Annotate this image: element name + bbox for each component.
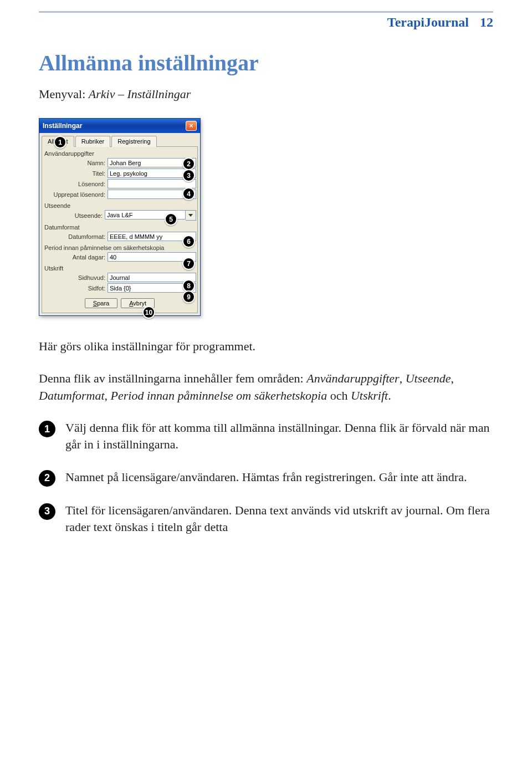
- menu-path-label: Menyval:: [39, 87, 89, 101]
- badge-7: 7: [182, 257, 195, 270]
- badge-10: 10: [142, 306, 155, 319]
- chevron-down-icon: [188, 214, 193, 217]
- intro-p2-c: ,: [451, 371, 454, 385]
- intro-p2-a: Denna flik av inställningarna innehåller…: [39, 371, 306, 385]
- badge-4: 4: [182, 187, 195, 200]
- password-field[interactable]: [108, 179, 196, 188]
- list-badge-1: 1: [39, 421, 55, 437]
- menu-path: Menyval: Arkiv – Inställningar: [39, 87, 493, 101]
- legend-appearance: Utseende: [43, 200, 196, 209]
- settings-dialog: Inställningar × Allmänt Rubriker Registr…: [39, 118, 201, 316]
- legend-user: Användaruppgifter: [43, 148, 196, 157]
- save-button[interactable]: Spara: [85, 298, 117, 308]
- page-header: TerapiJournal 12: [39, 11, 493, 30]
- label-print-header: Sidhuvud:: [43, 274, 108, 281]
- section-title: Allmänna inställningar: [39, 50, 493, 76]
- intro-em1: Användaruppgifter: [306, 371, 399, 385]
- tab-panel: Användaruppgifter Namn: Titel: Lösenord:…: [42, 146, 198, 313]
- close-icon: ×: [189, 122, 193, 129]
- list-text-2: Namnet på licensägare/användaren. Hämtas…: [65, 469, 467, 487]
- menu-path-value: Arkiv – Inställningar: [89, 87, 191, 101]
- cancel-button-rest: vbryt: [133, 300, 146, 307]
- legend-print: Utskrift: [43, 263, 196, 272]
- intro-em3: Datumformat: [39, 389, 105, 402]
- intro-p2-e: och: [327, 389, 351, 402]
- intro-p2-f: .: [388, 389, 391, 402]
- list-item-2: 2 Namnet på licensägare/användaren. Hämt…: [39, 469, 493, 487]
- header-title: TerapiJournal: [387, 15, 469, 29]
- label-password: Lösenord:: [43, 181, 108, 187]
- tab-registrering[interactable]: Registrering: [111, 136, 156, 147]
- badge-5: 5: [165, 213, 177, 226]
- header-page-number: 12: [480, 15, 493, 29]
- badge-3: 3: [182, 169, 195, 182]
- close-button[interactable]: ×: [186, 121, 197, 131]
- badge-6: 6: [182, 235, 195, 248]
- label-dateformat: Datumformat:: [43, 233, 108, 240]
- label-print-footer: Sidfot:: [43, 285, 108, 292]
- list-item-3: 3 Titel för licensägaren/användaren. Den…: [39, 502, 493, 536]
- dialog-titlebar: Inställningar ×: [39, 119, 200, 133]
- print-header-field[interactable]: [108, 273, 196, 282]
- intro-p2-b: ,: [400, 371, 406, 385]
- intro-p2: Denna flik av inställningarna innehåller…: [39, 370, 493, 404]
- list-badge-2: 2: [39, 470, 55, 487]
- dialog-title: Inställningar: [43, 122, 82, 130]
- label-name: Namn:: [43, 160, 108, 166]
- label-appearance: Utseende:: [43, 212, 105, 219]
- intro-em2: Utseende: [406, 371, 451, 385]
- appearance-dropdown-button[interactable]: [186, 210, 196, 221]
- legend-backup: Period innan påminnelse om säkerhetskopi…: [43, 242, 196, 251]
- list-text-3: Titel för licensägaren/användaren. Denna…: [65, 502, 493, 536]
- list-text-1: Välj denna flik för att komma till allmä…: [65, 420, 493, 453]
- badge-2: 2: [182, 157, 195, 170]
- intro-p2-d: ,: [105, 389, 111, 402]
- list-item-1: 1 Välj denna flik för att komma till all…: [39, 420, 493, 453]
- dialog-body: Allmänt Rubriker Registrering Användarup…: [39, 133, 200, 315]
- badge-9: 9: [182, 290, 195, 303]
- label-backup-days: Antal dagar:: [43, 254, 108, 261]
- save-button-rest: para: [97, 300, 109, 307]
- badge-1: 1: [54, 136, 66, 149]
- label-title: Titel:: [43, 170, 108, 177]
- list-badge-3: 3: [39, 503, 55, 520]
- label-password2: Upprepat lösenord:: [43, 191, 108, 198]
- intro-em4: Period innan påminnelse om säkerhetskopi…: [111, 389, 328, 402]
- tab-rubriker[interactable]: Rubriker: [75, 136, 111, 147]
- intro-line1: Här görs olika inställningar för program…: [39, 338, 493, 355]
- intro-em5: Utskrift: [351, 389, 388, 402]
